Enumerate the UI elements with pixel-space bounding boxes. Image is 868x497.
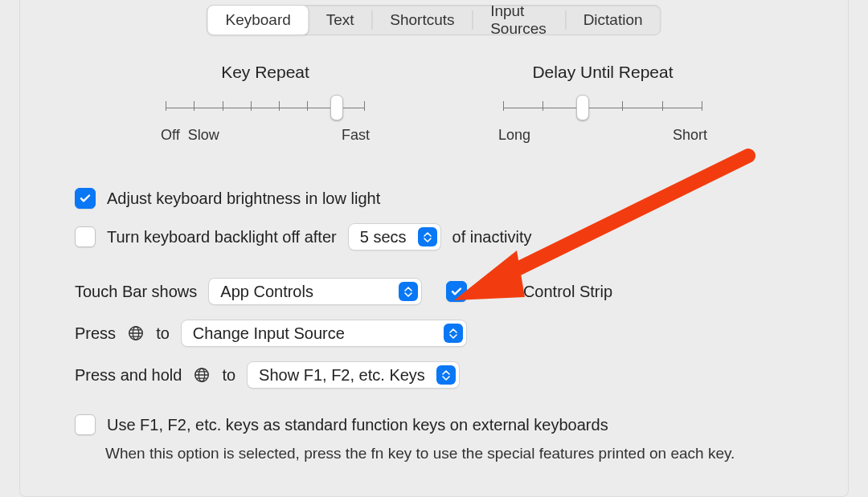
stepper-icon [436, 365, 456, 385]
press-globe-select[interactable]: Change Input Source [181, 320, 467, 347]
press-globe-prefix: Press [75, 324, 116, 343]
sliders-row: Key Repeat Off Slow Fast Delay Until Rep… [20, 63, 848, 144]
adjust-brightness-label: Adjust keyboard brightness in low light [107, 189, 380, 208]
tab-dictation[interactable]: Dictation [566, 6, 661, 35]
press-hold-globe-to: to [222, 366, 235, 385]
press-globe-to: to [156, 324, 170, 343]
delay-label-short: Short [673, 127, 707, 144]
backlight-off-prefix: Turn keyboard backlight off after [107, 228, 337, 246]
delay-until-repeat-knob[interactable] [576, 95, 589, 120]
backlight-off-suffix: of inactivity [452, 228, 532, 246]
tab-keyboard-label: Keyboard [225, 11, 290, 29]
prefs-tabs: Keyboard Text Shortcuts Input Sources Di… [207, 5, 661, 35]
key-repeat-title: Key Repeat [161, 63, 370, 82]
tab-shortcuts[interactable]: Shortcuts [372, 6, 472, 35]
press-hold-globe-select[interactable]: Show F1, F2, etc. Keys [247, 361, 460, 389]
delay-until-repeat-slider[interactable] [503, 98, 702, 117]
keyboard-options: Adjust keyboard brightness in low light … [75, 188, 793, 464]
globe-icon [193, 366, 211, 385]
backlight-timeout-value: 5 secs [360, 228, 418, 246]
tab-input-sources-label: Input Sources [490, 2, 547, 38]
tab-shortcuts-label: Shortcuts [390, 11, 454, 29]
tab-text-label: Text [326, 11, 354, 29]
tab-keyboard[interactable]: Keyboard [207, 5, 309, 35]
keyboard-preferences-panel: Keyboard Text Shortcuts Input Sources Di… [19, 0, 849, 497]
show-control-strip-label: Show Control Strip [478, 283, 612, 301]
touch-bar-shows-label: Touch Bar shows [75, 283, 197, 301]
press-globe-value: Change Input Source [193, 324, 444, 343]
backlight-timeout-select[interactable]: 5 secs [348, 223, 441, 251]
fn-keys-checkbox[interactable] [75, 414, 96, 435]
stepper-icon [399, 282, 418, 301]
key-repeat-slider-group: Key Repeat Off Slow Fast [161, 63, 370, 144]
tab-text[interactable]: Text [309, 6, 372, 35]
delay-label-long: Long [498, 127, 530, 144]
fn-keys-note: When this option is selected, press the … [105, 443, 793, 464]
touch-bar-shows-select[interactable]: App Controls [208, 278, 422, 305]
stepper-icon [418, 227, 437, 246]
key-repeat-label-off-slow: Off Slow [161, 127, 219, 144]
key-repeat-slider[interactable] [166, 98, 365, 117]
key-repeat-knob[interactable] [330, 95, 343, 120]
delay-until-repeat-slider-group: Delay Until Repeat Long Short [498, 63, 707, 144]
globe-icon [127, 324, 145, 343]
press-hold-globe-value: Show F1, F2, etc. Keys [259, 366, 436, 385]
adjust-brightness-checkbox[interactable] [75, 188, 96, 209]
press-hold-globe-prefix: Press and hold [75, 366, 182, 385]
delay-until-repeat-title: Delay Until Repeat [498, 63, 707, 82]
touch-bar-shows-value: App Controls [220, 283, 399, 301]
tab-input-sources[interactable]: Input Sources [473, 6, 565, 35]
fn-keys-label: Use F1, F2, etc. keys as standard functi… [107, 416, 608, 434]
key-repeat-label-fast: Fast [342, 127, 370, 144]
show-control-strip-checkbox[interactable] [446, 281, 467, 302]
stepper-icon [444, 324, 463, 343]
tab-dictation-label: Dictation [583, 11, 643, 29]
backlight-off-checkbox[interactable] [75, 226, 96, 247]
